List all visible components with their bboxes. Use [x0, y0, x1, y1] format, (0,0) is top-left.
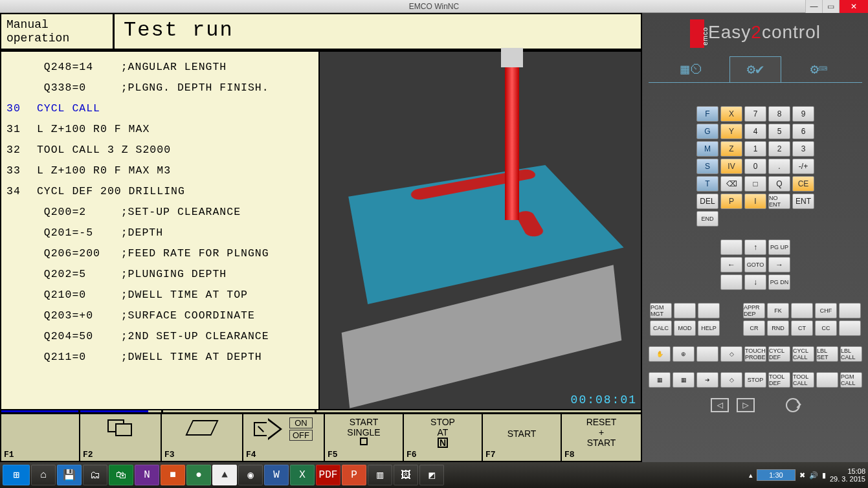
key-ent[interactable]: ENT — [792, 194, 814, 209]
tray-wifi-icon[interactable]: ▮ — [822, 471, 826, 480]
start-button[interactable]: ⊞ — [3, 465, 30, 485]
tray-network-icon[interactable]: 🔊 — [809, 471, 818, 480]
softkey-f3[interactable]: F3 — [162, 414, 243, 461]
simulation-viewport[interactable]: 00:08:01 — [318, 52, 641, 409]
key-t[interactable]: T — [696, 176, 718, 192]
key-g[interactable]: G — [696, 124, 718, 139]
softkey-f4[interactable]: ON OFF F4 — [243, 414, 325, 461]
key-[interactable]: -/+ — [792, 159, 814, 174]
nav-key-pgup[interactable]: PG UP — [768, 239, 790, 255]
taskbar-photo-icon[interactable]: 🖼 — [394, 465, 418, 485]
tab-keyboard[interactable]: ⚙⌨ — [793, 56, 845, 82]
cycle-key-[interactable]: ◇ — [720, 372, 742, 388]
nc-program-line[interactable]: 33 L Z+100 R0 F MAX M3 — [6, 161, 315, 181]
taskbar-app-icon[interactable]: ● — [186, 465, 211, 485]
cycle-key-[interactable]: ⊕ — [673, 346, 695, 362]
taskbar-store-icon[interactable]: 🛍 — [109, 465, 133, 485]
nc-program-line[interactable]: 30 CYCL CALL — [6, 98, 315, 119]
key-8[interactable]: 8 — [768, 106, 790, 122]
nc-program-line[interactable]: Q203=+0 ;SURFACE COORDINATE — [6, 305, 315, 326]
nav-key-[interactable]: ↑ — [744, 239, 766, 255]
key-x[interactable]: X — [720, 106, 742, 122]
next-button[interactable]: ▷ — [737, 398, 755, 412]
tab-settings[interactable]: ⚙✔ — [729, 56, 781, 82]
softkey-f2[interactable]: F2 — [80, 414, 162, 461]
fkey-cc[interactable]: CC — [815, 320, 837, 336]
key-noent[interactable]: NO ENT — [768, 194, 790, 209]
key-0[interactable]: 0 — [744, 159, 766, 174]
cycle-key-stop[interactable]: STOP — [744, 372, 766, 388]
cycle-key-[interactable]: ◇ — [720, 346, 742, 362]
key-7[interactable]: 7 — [744, 106, 766, 122]
nc-program-line[interactable]: Q206=200 ;FEED RATE FOR PLNGNG — [6, 243, 315, 264]
key-4[interactable]: 4 — [744, 124, 766, 139]
taskbar-app-icon[interactable]: ■ — [161, 465, 185, 485]
key-9[interactable]: 9 — [792, 106, 814, 122]
key-3[interactable]: 3 — [792, 141, 814, 157]
tray-tool-icon[interactable]: ✖ — [799, 471, 805, 480]
cycle-key-lblset[interactable]: LBL SET — [816, 346, 838, 362]
nc-program-line[interactable]: Q200=2 ;SET-UP CLEARANCE — [6, 202, 315, 223]
cycle-key-[interactable]: ▦ — [673, 372, 695, 388]
nav-key-pgdn[interactable]: PG DN — [768, 274, 790, 290]
nav-key-goto[interactable]: GOTO — [744, 257, 766, 272]
cycle-key-tooldef[interactable]: TOOL DEF — [768, 372, 790, 388]
taskbar-excel-icon[interactable]: X — [290, 465, 315, 485]
nc-program-line[interactable]: Q211=0 ;DWELL TIME AT DEPTH — [6, 347, 315, 368]
fkey-calc[interactable]: CALC — [650, 320, 672, 336]
nav-key-[interactable]: ← — [720, 257, 742, 272]
key-2[interactable]: 2 — [768, 141, 790, 157]
fkey-fk[interactable]: FK — [767, 303, 789, 318]
softkey-f8-reset-start[interactable]: RESET + START F8 — [562, 414, 641, 461]
cycle-key-[interactable]: ➜ — [696, 372, 718, 388]
taskbar-pdf-icon[interactable]: PDF — [316, 465, 340, 485]
key-y[interactable]: Y — [720, 124, 742, 139]
nc-program-line[interactable]: 34 CYCL DEF 200 DRILLING — [6, 181, 315, 202]
taskbar-app-icon[interactable]: ▥ — [368, 465, 392, 485]
key-5[interactable]: 5 — [768, 124, 790, 139]
key-[interactable]: □ — [744, 176, 766, 192]
taskbar-onenote-icon[interactable]: N — [135, 465, 159, 485]
key-6[interactable]: 6 — [792, 124, 814, 139]
fkey-rnd[interactable]: RND — [767, 320, 789, 336]
softkey-f7-start[interactable]: START F7 — [483, 414, 562, 461]
nc-program-line[interactable]: Q338=0 ;PLGNG. DEPTH FINISH. — [6, 78, 315, 98]
softkey-f1[interactable]: F1 — [1, 414, 80, 461]
nc-program-line[interactable]: 31 L Z+100 R0 F MAX — [6, 119, 315, 140]
fkey-help[interactable]: HELP — [698, 320, 720, 336]
fkey-ct[interactable]: CT — [791, 320, 813, 336]
key-del[interactable]: DEL — [696, 194, 718, 209]
loop-button[interactable] — [786, 398, 800, 412]
fkey-mod[interactable]: MOD — [674, 320, 696, 336]
cycle-key-[interactable]: ▦ — [649, 372, 671, 388]
cycle-key-toolcall[interactable]: TOOL CALL — [792, 372, 814, 388]
taskbar-explorer-icon[interactable]: 🗂 — [83, 465, 107, 485]
taskbar-powerpoint-icon[interactable]: P — [342, 465, 366, 485]
fkey-chf[interactable]: CHF — [815, 303, 837, 318]
softkey-f5-start-single[interactable]: START SINGLE F5 — [325, 414, 404, 461]
cycle-key-lblcall[interactable]: LBL CALL — [840, 346, 862, 362]
battery-indicator[interactable]: 1:30 — [757, 469, 796, 481]
key-z[interactable]: Z — [720, 141, 742, 157]
key-s[interactable]: S — [696, 159, 718, 174]
tray-arrow-icon[interactable]: ▴ — [749, 471, 753, 480]
nav-key-[interactable]: → — [768, 257, 790, 272]
key-iv[interactable]: IV — [720, 159, 742, 174]
taskbar-chrome-icon[interactable]: ◉ — [238, 465, 263, 485]
softkey-f6-stop-at[interactable]: STOP AT N F6 — [404, 414, 483, 461]
prev-button[interactable]: ◁ — [711, 398, 729, 412]
key-[interactable]: . — [768, 159, 790, 174]
taskbar-save-icon[interactable]: 💾 — [57, 465, 82, 485]
key-ce[interactable]: CE — [792, 176, 814, 192]
fkey-cr[interactable]: CR — [743, 320, 765, 336]
nc-program-line[interactable]: Q202=5 ;PLUNGING DEPTH — [6, 264, 315, 285]
taskbar-word-icon[interactable]: W — [264, 465, 289, 485]
nav-key-[interactable]: ↓ — [744, 274, 766, 290]
nc-program-line[interactable]: 32 TOOL CALL 3 Z S2000 — [6, 140, 315, 161]
taskbar-home-icon[interactable]: ⌂ — [31, 465, 56, 485]
key-m[interactable]: M — [696, 141, 718, 157]
key-p[interactable]: P — [720, 194, 742, 209]
key-i[interactable]: I — [744, 194, 766, 209]
cycle-key-cycldef[interactable]: CYCL DEF — [768, 346, 790, 362]
system-clock[interactable]: 15:08 29. 3. 2015 — [830, 467, 865, 483]
